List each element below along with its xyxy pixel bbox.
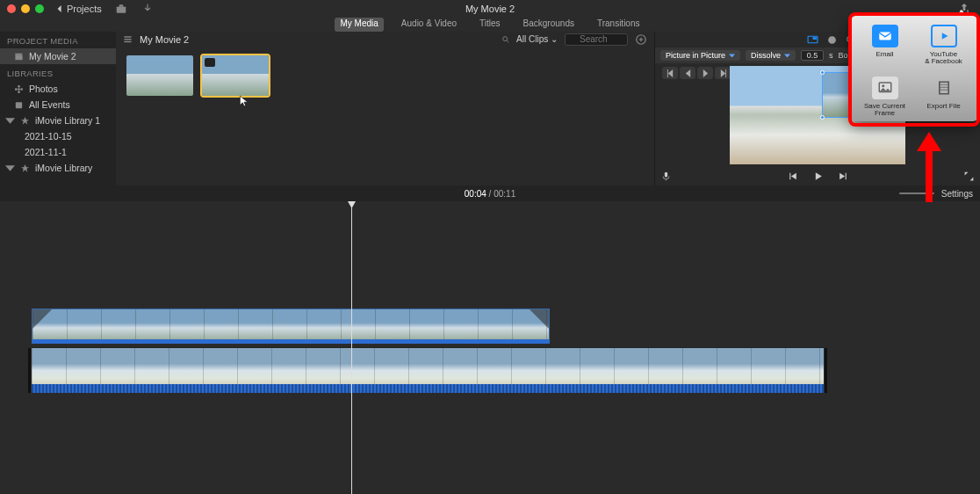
browser-settings-icon[interactable] [635, 33, 647, 46]
camera-badge-icon [205, 58, 215, 67]
share-youtube-facebook[interactable]: YouTube & Facebook [914, 25, 973, 66]
tab-transitions[interactable]: Transitions [592, 18, 645, 32]
sidebar-photos[interactable]: Photos [0, 81, 116, 97]
fade-handle[interactable] [530, 309, 549, 329]
share-email[interactable]: Email [855, 25, 914, 66]
overlay-transition-label: Dissolve [751, 51, 781, 60]
playhead-time: 00:04 / 00:11 [465, 189, 515, 199]
sidebar-event-1[interactable]: 2021-10-15 [0, 128, 116, 144]
back-to-projects[interactable]: Projects [56, 4, 102, 14]
playhead[interactable] [351, 201, 352, 494]
filter-label: All Clips [516, 34, 548, 44]
sidebar-heading-libraries: LIBRARIES [0, 64, 116, 81]
sidebar-heading-project: PROJECT MEDIA [0, 32, 116, 48]
flower-icon [14, 84, 24, 94]
nav-last[interactable] [715, 67, 731, 79]
video-overlay-icon[interactable] [803, 33, 822, 47]
sidebar-item-label: 2021-11-1 [25, 147, 67, 157]
next-frame-icon[interactable] [838, 171, 849, 182]
share-export-file[interactable]: Export File [914, 76, 973, 118]
sidebar-project-label: My Movie 2 [29, 51, 76, 62]
share-label: Export File [926, 103, 960, 110]
svg-rect-21 [665, 172, 667, 178]
nav-first[interactable] [662, 67, 678, 79]
overlay-mode[interactable]: Picture in Picture [660, 50, 740, 61]
media-tabs: My Media Audio & Video Titles Background… [0, 18, 980, 32]
share-popover: Email YouTube & Facebook Save Current Fr… [850, 16, 978, 121]
timeline-clip-main[interactable] [32, 347, 824, 393]
prev-frame-icon[interactable] [787, 171, 798, 182]
color-balance-icon[interactable] [822, 33, 841, 47]
nav-prev[interactable] [680, 67, 695, 79]
svg-rect-7 [16, 102, 22, 108]
sidebar-item-label: All Events [29, 99, 70, 110]
seconds-label: s [829, 51, 833, 60]
svg-point-11 [503, 36, 508, 40]
svg-point-4 [18, 91, 20, 93]
clip-thumbnail[interactable] [126, 55, 193, 96]
overlay-transition[interactable]: Dissolve [746, 50, 796, 61]
document-title: My Movie 2 [465, 4, 515, 14]
share-label: Email [876, 51, 893, 58]
resize-handle[interactable] [820, 115, 825, 120]
share-label: Save Current Frame [855, 103, 914, 118]
import-icon[interactable] [114, 3, 128, 15]
resize-handle[interactable] [820, 70, 825, 75]
svg-point-5 [15, 88, 18, 91]
search-icon [501, 35, 510, 44]
sidebar-item-label: 2021-10-15 [25, 131, 72, 142]
svg-rect-9 [124, 39, 131, 40]
sidebar-item-label: iMovie Library 1 [35, 115, 100, 126]
time-total: 00:11 [494, 189, 515, 199]
filter-all-clips[interactable]: All Clips ⌄ [516, 34, 558, 44]
email-icon [872, 25, 898, 47]
search-input[interactable] [565, 33, 628, 46]
sidebar-event-2[interactable]: 2021-11-1 [0, 144, 116, 160]
overlay-duration[interactable]: 0.5 [801, 50, 824, 61]
svg-point-6 [20, 88, 23, 91]
svg-point-3 [18, 84, 20, 87]
back-label: Projects [67, 4, 102, 14]
minimize-window[interactable] [21, 4, 30, 13]
sidebar-lib1[interactable]: iMovie Library 1 [0, 113, 116, 128]
tab-my-media[interactable]: My Media [335, 18, 383, 32]
svg-rect-1 [15, 54, 22, 59]
clip-browser: My Movie 2 All Clips ⌄ [116, 32, 655, 185]
list-view-icon[interactable] [123, 34, 133, 44]
tab-audio-video[interactable]: Audio & Video [396, 18, 462, 32]
close-window[interactable] [7, 4, 16, 13]
svg-point-2 [18, 88, 20, 91]
fullscreen-icon[interactable] [963, 171, 975, 182]
nav-next[interactable] [697, 67, 713, 79]
browser-title: My Movie 2 [140, 34, 189, 45]
download-icon[interactable] [141, 3, 155, 15]
overlay-mode-label: Picture in Picture [666, 51, 725, 60]
timeline[interactable] [0, 201, 980, 494]
timeline-info-bar: 00:04 / 00:11 Settings [0, 185, 980, 201]
zoom-window[interactable] [35, 4, 44, 13]
time-current: 00:04 [465, 189, 486, 199]
mic-icon[interactable] [660, 171, 672, 182]
sidebar-item-label: Photos [29, 84, 58, 94]
star-icon [20, 163, 30, 173]
timeline-settings[interactable]: Settings [941, 189, 973, 199]
play-icon[interactable] [812, 171, 824, 182]
sidebar-project[interactable]: My Movie 2 [0, 48, 116, 64]
clapper-icon [14, 52, 24, 62]
image-icon [872, 76, 898, 99]
svg-rect-25 [939, 82, 948, 94]
tab-titles[interactable]: Titles [474, 18, 506, 32]
sidebar-all-events[interactable]: All Events [0, 97, 116, 113]
fade-handle[interactable] [32, 309, 52, 329]
chevron-down-icon [784, 53, 790, 59]
tab-backgrounds[interactable]: Backgrounds [518, 18, 580, 32]
clip-trim-left[interactable] [28, 348, 31, 393]
share-save-frame[interactable]: Save Current Frame [855, 76, 914, 118]
sidebar-lib2[interactable]: iMovie Library [0, 160, 116, 176]
clip-trim-right[interactable] [825, 348, 827, 393]
clip-thumbnail-selected[interactable] [202, 55, 269, 96]
chevron-down-icon [729, 53, 735, 59]
timeline-clip-overlay[interactable] [32, 309, 550, 344]
caret-down-icon [5, 163, 15, 173]
svg-rect-14 [812, 37, 816, 40]
